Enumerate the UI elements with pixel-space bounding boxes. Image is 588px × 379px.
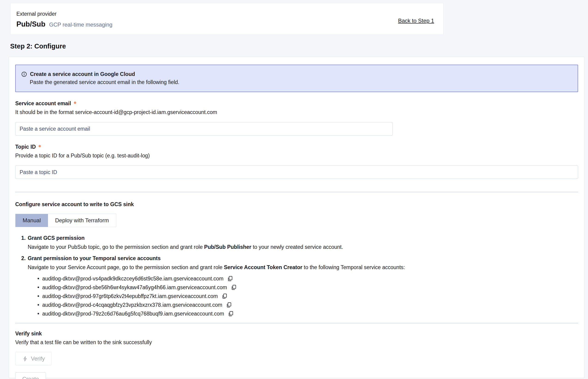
list-item: • auditlog-dktxv@prod-vs4padk9dkczcey6d6… — [36, 274, 578, 283]
verify-sink-description: Verify that a test file can be written t… — [15, 339, 578, 346]
provider-card: External provider Pub/Sub GCP real-time … — [10, 3, 444, 35]
configure-section-heading: Configure service account to write to GC… — [15, 201, 578, 207]
step-1-title-row: 1. Grant GCS permission — [21, 235, 578, 241]
bullet: • — [36, 276, 40, 282]
tab-deploy-with-terraform[interactable]: Deploy with Terraform — [48, 214, 116, 227]
info-circle-icon — [21, 71, 27, 77]
step-1-number: 1. — [21, 235, 26, 241]
service-account-email: auditlog-dktxv@prod-vs4padk9dkczcey6d6st… — [42, 276, 223, 282]
info-banner-title: Create a service account in Google Cloud — [30, 71, 135, 77]
create-button[interactable]: Create — [15, 372, 46, 379]
back-to-step-1-link[interactable]: Back to Step 1 — [398, 17, 434, 24]
copy-button[interactable] — [227, 310, 234, 317]
copy-icon — [221, 293, 228, 299]
instruction-steps: 1. Grant GCS permission Navigate to your… — [21, 235, 578, 318]
provider-eyebrow: External provider — [16, 11, 112, 17]
service-account-email-label-row: Service account email — [15, 100, 578, 107]
topic-id-label: Topic ID — [15, 144, 36, 150]
service-account-email: auditlog-dktxv@prod-sbe56h6wr4sykaw47a6y… — [42, 284, 227, 291]
create-button-label: Create — [22, 376, 39, 379]
section-divider — [15, 192, 578, 192]
bullet: • — [36, 293, 40, 299]
step-2-body: Navigate to your Service Account page, g… — [28, 264, 578, 270]
copy-button[interactable] — [225, 301, 232, 308]
provider-info: External provider Pub/Sub GCP real-time … — [16, 11, 112, 35]
step-2-title: Grant permission to your Temporal servic… — [28, 255, 161, 262]
service-account-list: • auditlog-dktxv@prod-vs4padk9dkczcey6d6… — [36, 274, 578, 318]
topic-id-helper: Provide a topic ID for a Pub/Sub topic (… — [15, 153, 578, 159]
service-account-email-label: Service account email — [15, 100, 71, 107]
step-2-role: Service Account Token Creator — [224, 264, 302, 270]
copy-icon — [226, 302, 232, 308]
required-indicator — [39, 145, 41, 147]
copy-icon — [228, 311, 234, 317]
page-title: Step 2: Configure — [10, 43, 588, 50]
step-1-role: Pub/Sub Publisher — [204, 244, 251, 250]
service-account-email: auditlog-dktxv@prod-79z2c6d76au6g5fcq768… — [42, 311, 224, 317]
step-1-body: Navigate to your PubSub topic, go to the… — [28, 244, 578, 250]
service-account-email: auditlog-dktxv@prod-97gr6tp6zkv2t4epubff… — [42, 293, 218, 299]
lightning-bolt-icon — [22, 356, 28, 362]
service-account-email-helper: It should be in the format service-accou… — [15, 109, 578, 115]
copy-button[interactable] — [221, 293, 228, 300]
list-item: • auditlog-dktxv@prod-c4cqaqgbfzy23vpzkb… — [36, 300, 578, 309]
verify-sink-heading: Verify sink — [15, 331, 578, 337]
step-2-text-after: to the following Temporal service accoun… — [302, 264, 405, 270]
bullet: • — [36, 302, 40, 308]
section-divider — [15, 323, 578, 323]
configure-tabs: Manual Deploy with Terraform — [15, 214, 116, 227]
service-account-email: auditlog-dktxv@prod-c4cqaqgbfzy23vpzkbxz… — [42, 302, 222, 308]
verify-button[interactable]: Verify — [15, 352, 52, 365]
step-1-text-before: Navigate to your PubSub topic, go to the… — [28, 244, 204, 250]
step-1-text-after: to your newly created service account. — [251, 244, 343, 250]
provider-name: Pub/Sub — [16, 20, 46, 28]
provider-name-row: Pub/Sub GCP real-time messaging — [16, 20, 112, 28]
required-indicator — [74, 102, 76, 104]
copy-icon — [227, 276, 233, 282]
tab-manual[interactable]: Manual — [15, 214, 48, 227]
topic-id-label-row: Topic ID — [15, 144, 578, 150]
configure-card: Create a service account in Google Cloud… — [9, 57, 584, 378]
provider-subtitle: GCP real-time messaging — [49, 21, 112, 28]
copy-icon — [231, 284, 237, 290]
bullet: • — [36, 284, 40, 291]
copy-button[interactable] — [230, 284, 237, 291]
copy-button[interactable] — [227, 275, 233, 282]
verify-button-label: Verify — [31, 355, 45, 362]
list-item: • auditlog-dktxv@prod-97gr6tp6zkv2t4epub… — [36, 292, 578, 300]
step-1-title: Grant GCS permission — [28, 235, 85, 241]
info-banner: Create a service account in Google Cloud… — [15, 65, 578, 92]
list-item: • auditlog-dktxv@prod-sbe56h6wr4sykaw47a… — [36, 283, 578, 292]
info-banner-title-row: Create a service account in Google Cloud — [21, 71, 573, 77]
topic-id-input[interactable] — [15, 165, 578, 179]
info-banner-body: Paste the generated service account emai… — [30, 79, 573, 85]
service-account-email-input[interactable] — [15, 122, 393, 136]
step-2-title-row: 2. Grant permission to your Temporal ser… — [21, 255, 578, 262]
step-2-number: 2. — [21, 255, 26, 262]
bullet: • — [36, 311, 40, 317]
step-2-text-before: Navigate to your Service Account page, g… — [28, 264, 224, 270]
list-item: • auditlog-dktxv@prod-79z2c6d76au6g5fcq7… — [36, 309, 578, 318]
